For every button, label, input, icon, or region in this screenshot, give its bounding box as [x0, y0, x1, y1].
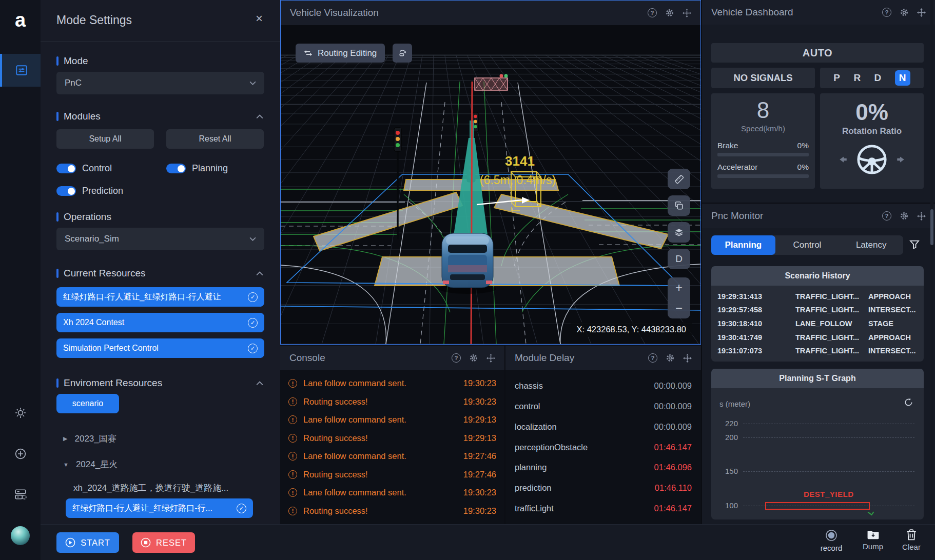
- page-title: Mode Settings: [56, 13, 132, 27]
- tab-planning[interactable]: Planning: [711, 235, 775, 255]
- toggle-planning[interactable]: Planning: [166, 163, 228, 174]
- brake-bar: [717, 153, 809, 156]
- toggle-control[interactable]: Control: [56, 163, 112, 174]
- help-icon[interactable]: ?: [648, 353, 657, 363]
- operations-select[interactable]: Scenario_Sim: [56, 228, 264, 250]
- speed-value: 8: [711, 97, 815, 123]
- reset-button[interactable]: RESET: [132, 532, 195, 553]
- tree-item-2023[interactable]: ▶ 2023_国赛: [63, 433, 116, 445]
- resource-item[interactable]: Xh 2024 Contest✓: [56, 313, 264, 332]
- tree-leaf-selected[interactable]: 红绿灯路口-行人避让_红绿灯路口-行... ✓: [66, 498, 253, 518]
- scenario-tag[interactable]: scenario: [56, 394, 119, 413]
- gear-icon[interactable]: [666, 353, 675, 363]
- panel-title: Vehicle Visualization: [290, 7, 379, 18]
- filter-icon[interactable]: [909, 239, 920, 250]
- setup-all-button[interactable]: Setup All: [56, 129, 154, 149]
- brake-row: Brake0%: [711, 141, 815, 150]
- section-mode: Mode: [56, 55, 88, 67]
- zoom-out-button[interactable]: −: [668, 298, 690, 318]
- help-icon[interactable]: ?: [882, 8, 891, 17]
- resource-manager-button[interactable]: [0, 488, 41, 501]
- driving-mode-badge: AUTO: [711, 43, 924, 63]
- console-log-list: !Lane follow command sent.19:30:23 !Rout…: [280, 370, 504, 524]
- steering-wheel-icon: [856, 144, 888, 175]
- panel-header: Pnc Monitor ?: [702, 204, 935, 228]
- log-entry: !Routing success!19:29:13: [288, 433, 496, 443]
- reset-all-button[interactable]: Reset All: [166, 129, 264, 149]
- move-icon[interactable]: [683, 9, 691, 17]
- help-icon[interactable]: ?: [452, 353, 461, 363]
- measure-button[interactable]: [668, 169, 690, 189]
- scrollbar[interactable]: [930, 0, 933, 524]
- copy-view-button[interactable]: [668, 195, 690, 216]
- log-entry: !Lane follow command sent.19:27:46: [288, 451, 496, 461]
- resource-item[interactable]: Simulation Perfect Control✓: [56, 338, 264, 358]
- st-graph-card: Planning S-T Graph s (meter) 220 200 150…: [711, 369, 924, 519]
- toggle-switch[interactable]: [166, 164, 186, 173]
- start-button[interactable]: START: [56, 532, 119, 553]
- gear-icon[interactable]: [900, 211, 909, 221]
- warning-icon: !: [288, 434, 297, 443]
- tree-leaf-road-construction[interactable]: xh_2024_道路施工，换道行驶_道路施...: [73, 482, 228, 494]
- reset-view-button[interactable]: [393, 44, 412, 63]
- scene-canvas: 3141 (6.5m, 0.4m/s): [281, 25, 700, 344]
- toggle-switch[interactable]: [56, 186, 76, 196]
- gear-icon[interactable]: [469, 353, 478, 363]
- route-icon: [304, 50, 313, 56]
- chevron-up-icon[interactable]: [256, 271, 263, 276]
- table-row: 19:30:18:410LANE_FOLLOWSTAGE: [711, 319, 924, 328]
- gridline: [743, 471, 914, 472]
- stop-icon: [141, 537, 151, 548]
- scrollbar-thumb[interactable]: [930, 209, 933, 245]
- y-tick: 150: [718, 467, 738, 475]
- gear-n-active: N: [895, 70, 910, 86]
- toggle-switch[interactable]: [56, 164, 76, 173]
- add-panel-button[interactable]: [0, 448, 41, 459]
- refresh-icon[interactable]: [904, 397, 913, 407]
- move-icon[interactable]: [917, 8, 926, 17]
- default-view-button[interactable]: D: [668, 249, 690, 269]
- close-icon[interactable]: ×: [256, 12, 263, 25]
- mode-settings-panel: Mode Settings × Mode PnC Modules Setup A…: [41, 0, 280, 524]
- gear-icon[interactable]: [900, 8, 909, 17]
- viewport-3d[interactable]: 3141 (6.5m, 0.4m/s) Routing Editing: [281, 25, 700, 344]
- plus-circle-icon: [15, 448, 26, 459]
- caret-down-icon[interactable]: ▼: [63, 462, 69, 468]
- table-row: 19:29:57:458TRAFFIC_LIGHT...INTERSECT...: [711, 306, 924, 314]
- delay-row: control00:00.009: [515, 402, 692, 411]
- avatar[interactable]: [11, 526, 30, 545]
- check-circle-icon: ✓: [248, 318, 258, 328]
- trash-icon: [906, 529, 917, 541]
- zoom-in-button[interactable]: +: [668, 277, 690, 298]
- coordinates-readout: X: 423268.53, Y: 4438233.80: [571, 322, 692, 337]
- chevron-up-icon[interactable]: [256, 114, 263, 119]
- help-icon[interactable]: ?: [882, 211, 891, 221]
- toggle-prediction[interactable]: Prediction: [56, 186, 123, 196]
- record-button[interactable]: record: [812, 529, 850, 552]
- dump-button[interactable]: Dump: [854, 529, 892, 551]
- st-graph-title: Planning S-T Graph: [711, 369, 924, 388]
- sidebar-item-mode-settings[interactable]: [0, 54, 41, 87]
- check-circle-icon: ✓: [248, 292, 258, 302]
- arrow-left-icon: [839, 155, 848, 164]
- resource-item[interactable]: 红绿灯路口-行人避让_红绿灯路口-行人避让✓: [56, 287, 264, 307]
- chevron-down-icon: [249, 237, 256, 242]
- gear-icon[interactable]: [665, 8, 674, 17]
- help-icon[interactable]: ?: [648, 8, 657, 17]
- tab-control[interactable]: Control: [775, 235, 840, 255]
- routing-editing-button[interactable]: Routing Editing: [296, 44, 385, 63]
- layers-button[interactable]: [668, 222, 690, 243]
- accelerator-row: Accelerator0%: [711, 163, 815, 172]
- move-icon[interactable]: [486, 354, 495, 363]
- st-graph-plot: s (meter) 220 200 150 100 DEST_YIELD: [711, 388, 924, 519]
- module-delay-panel: Module Delay ? chassis00:00.009 control0…: [505, 346, 701, 524]
- caret-right-icon[interactable]: ▶: [63, 435, 67, 442]
- move-icon[interactable]: [683, 354, 692, 363]
- theme-toggle-button[interactable]: [0, 407, 41, 418]
- clear-button[interactable]: Clear: [892, 529, 930, 551]
- tree-item-2024[interactable]: ▼ 2024_星火: [63, 458, 118, 470]
- mode-select[interactable]: PnC: [56, 72, 264, 94]
- move-icon[interactable]: [917, 212, 926, 221]
- chevron-up-icon[interactable]: [256, 381, 263, 386]
- tab-latency[interactable]: Latency: [839, 235, 903, 255]
